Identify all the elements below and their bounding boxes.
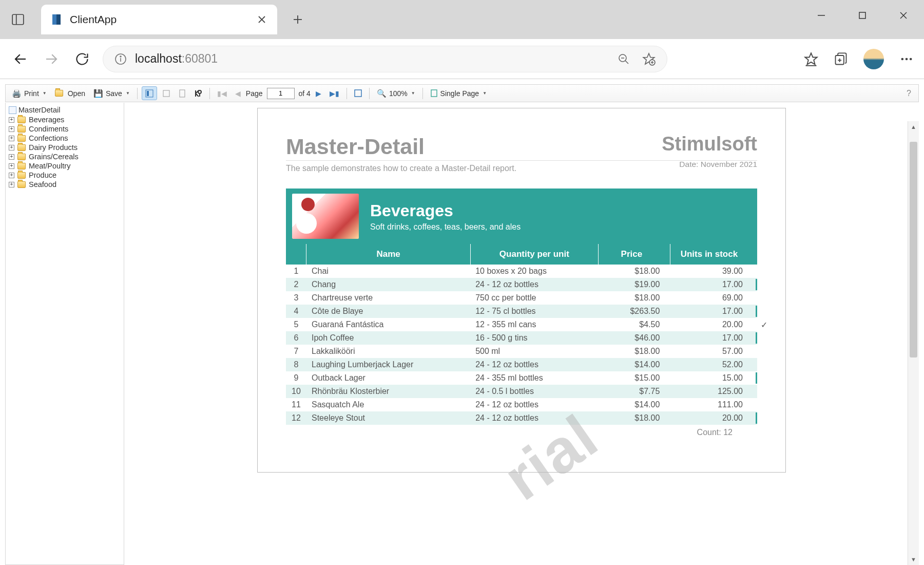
parameters-button[interactable] (159, 86, 174, 100)
close-window-button[interactable] (883, 0, 924, 31)
scroll-up-icon[interactable]: ▲ (908, 121, 919, 133)
resources-button[interactable] (176, 86, 189, 100)
folder-icon (55, 90, 63, 97)
table-row: 9Outback Lager24 - 355 ml bottles$15.001… (286, 371, 757, 385)
minimize-button[interactable] (801, 0, 842, 31)
browser-tab[interactable]: ClientApp (41, 5, 277, 34)
prev-page-icon: ◀ (235, 89, 241, 98)
scroll-thumb[interactable] (910, 142, 917, 357)
svg-rect-34 (355, 90, 361, 97)
print-button[interactable]: 🖨️Print▼ (9, 86, 50, 100)
last-page-button[interactable]: ▶▮ (326, 86, 342, 100)
cell-qty: 750 cc per bottle (470, 291, 598, 305)
cell-qty: 12 - 75 cl bottles (470, 305, 598, 318)
table-row: 10Rhönbräu Klosterbier24 - 0.5 l bottles… (286, 385, 757, 398)
expand-icon[interactable]: + (9, 163, 14, 169)
col-qty: Quantity per unit (470, 244, 598, 265)
help-button[interactable]: ? (907, 89, 915, 98)
find-button[interactable] (191, 86, 205, 100)
tree-item[interactable]: +Confections (9, 134, 121, 143)
cell-stock: 57.00 (670, 345, 757, 358)
profile-avatar[interactable] (863, 49, 884, 69)
bookmarks-toggle[interactable] (142, 86, 157, 100)
col-stock: Units in stock (670, 244, 757, 265)
tree-item[interactable]: +Beverages (9, 115, 121, 124)
dropdown-icon: ▼ (411, 91, 415, 96)
tree-item[interactable]: +Seafood (9, 180, 121, 189)
stock-edge-indicator (756, 372, 757, 384)
new-tab-button[interactable] (287, 11, 308, 28)
page-label: Page (246, 89, 263, 98)
stock-edge-indicator (756, 332, 757, 344)
tree-item[interactable]: +Meat/Poultry (9, 161, 121, 171)
folder-icon (17, 135, 26, 142)
tree-item-label: Confections (29, 134, 68, 142)
next-page-icon: ▶ (316, 89, 321, 98)
cell-index: 12 (286, 411, 306, 425)
first-page-button[interactable]: ▮◀ (214, 86, 230, 100)
tree-item[interactable]: +Grains/Cereals (9, 152, 121, 161)
expand-icon[interactable]: + (9, 173, 14, 178)
forward-button[interactable] (41, 49, 62, 69)
cell-name: Ipoh Coffee (306, 331, 470, 345)
address-bar[interactable]: localhost:60801 (103, 46, 667, 72)
expand-icon[interactable]: + (9, 117, 14, 123)
window-controls (801, 0, 924, 31)
site-info-icon[interactable] (114, 53, 127, 65)
fullscreen-button[interactable] (351, 86, 365, 100)
cell-stock: 52.00 (670, 358, 757, 371)
expand-icon[interactable]: + (9, 182, 14, 187)
next-page-button[interactable]: ▶ (313, 86, 324, 100)
menu-icon[interactable] (899, 52, 914, 66)
zoom-button[interactable]: 🔍100%▼ (374, 86, 418, 100)
category-image (292, 194, 359, 239)
col-name: Name (306, 244, 470, 265)
page-input[interactable] (267, 88, 295, 99)
tab-title: ClientApp (70, 13, 248, 26)
collections-icon[interactable] (834, 52, 848, 66)
cell-name: Lakkalikööri (306, 345, 470, 358)
cell-stock: 17.00 (670, 305, 757, 318)
folder-icon (17, 163, 26, 170)
maximize-button[interactable] (842, 0, 883, 31)
cell-qty: 24 - 12 oz bottles (470, 411, 598, 425)
url-text: localhost:60801 (135, 52, 218, 66)
cell-price: $15.00 (599, 371, 670, 385)
close-tab-icon[interactable] (256, 13, 268, 26)
open-button[interactable]: Open (52, 86, 88, 100)
tree-root[interactable]: MasterDetail (9, 105, 121, 115)
bookmarks-icon (145, 89, 153, 98)
tree-item[interactable]: +Dairy Products (9, 143, 121, 152)
page-scroll-area[interactable]: Master-Detail Stimulsoft The sample demo… (124, 103, 919, 565)
zoom-out-icon[interactable] (618, 53, 630, 65)
back-button[interactable] (10, 49, 31, 69)
last-page-icon: ▶▮ (330, 89, 339, 98)
cell-qty: 12 - 355 ml cans (470, 318, 598, 331)
expand-icon[interactable]: + (9, 126, 14, 132)
cell-price: $14.00 (599, 398, 670, 411)
separator (369, 88, 370, 99)
expand-icon[interactable]: + (9, 145, 14, 150)
svg-point-27 (901, 58, 904, 60)
favorites-icon[interactable] (804, 52, 818, 66)
vertical-scrollbar[interactable]: ▲ ▼ (908, 121, 919, 565)
folder-icon (17, 181, 26, 188)
tree-item[interactable]: +Produce (9, 171, 121, 180)
add-favorite-icon[interactable] (642, 52, 656, 66)
stock-edge-indicator (756, 412, 757, 424)
expand-icon[interactable]: + (9, 136, 14, 141)
refresh-button[interactable] (72, 49, 92, 69)
scroll-down-icon[interactable]: ▼ (908, 554, 919, 565)
expand-icon[interactable]: + (9, 154, 14, 160)
tree-item-label: Condiments (29, 125, 68, 133)
tree-item-label: Beverages (29, 116, 64, 124)
tree-item[interactable]: +Condiments (9, 124, 121, 134)
save-button[interactable]: 💾Save▼ (90, 86, 133, 100)
prev-page-button[interactable]: ◀ (232, 86, 244, 100)
col-price: Price (599, 244, 670, 265)
view-mode-button[interactable]: Single Page▼ (427, 86, 490, 100)
cell-name: Chang (306, 278, 470, 291)
cell-name: Chai (306, 265, 470, 278)
viewer-toolbar: 🖨️Print▼ Open 💾Save▼ ▮◀ ◀ Page of 4 ▶ ▶▮… (5, 84, 919, 102)
side-panel-button[interactable] (5, 7, 31, 32)
